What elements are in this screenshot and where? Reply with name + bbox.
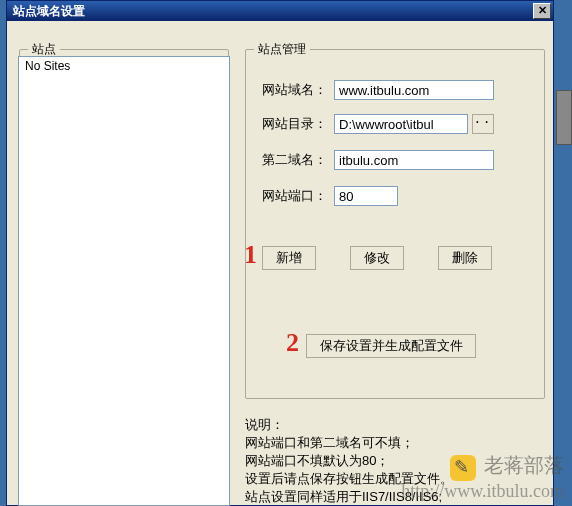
info-line: 网站端口不填默认为80； [245, 452, 555, 470]
list-item[interactable]: No Sites [19, 57, 229, 75]
annotation-1: 1 [244, 240, 257, 270]
info-line: 设置后请点保存按钮生成配置文件。 [245, 470, 555, 488]
save-button[interactable]: 保存设置并生成配置文件 [306, 334, 476, 358]
alt-domain-label: 第二域名： [262, 151, 334, 169]
titlebar[interactable]: 站点域名设置 ✕ [7, 1, 553, 21]
sites-group: 站点 No Sites [19, 49, 229, 506]
port-label: 网站端口： [262, 187, 334, 205]
info-text: 说明： 网站端口和第二域名可不填； 网站端口不填默认为80； 设置后请点保存按钮… [245, 416, 555, 506]
edit-button[interactable]: 修改 [350, 246, 404, 270]
sites-listbox[interactable]: No Sites [18, 56, 230, 506]
delete-button[interactable]: 删除 [438, 246, 492, 270]
management-group-legend: 站点管理 [254, 41, 310, 58]
add-button[interactable]: 新增 [262, 246, 316, 270]
browse-button[interactable]: ·· [472, 114, 494, 134]
background-shadow [556, 90, 572, 145]
management-group: 站点管理 网站域名： 网站目录： ·· 第二域名： 网站端口： 新增 修改 [245, 49, 545, 399]
domain-input[interactable] [334, 80, 494, 100]
dialog-window: 站点域名设置 ✕ 站点 No Sites 站点管理 网站域名： 网站目录： ·· [6, 0, 554, 506]
info-line: 站点设置同样适用于IIS7/IIS8/IIS6; [245, 488, 555, 506]
domain-label: 网站域名： [262, 81, 334, 99]
client-area: 站点 No Sites 站点管理 网站域名： 网站目录： ·· 第二域名： [7, 21, 553, 505]
info-line: 网站端口和第二域名可不填； [245, 434, 555, 452]
alt-domain-input[interactable] [334, 150, 494, 170]
info-heading: 说明： [245, 416, 555, 434]
annotation-2: 2 [286, 328, 299, 358]
window-title: 站点域名设置 [13, 3, 85, 20]
dir-label: 网站目录： [262, 115, 334, 133]
close-icon[interactable]: ✕ [533, 3, 551, 19]
port-input[interactable] [334, 186, 398, 206]
dir-input[interactable] [334, 114, 468, 134]
